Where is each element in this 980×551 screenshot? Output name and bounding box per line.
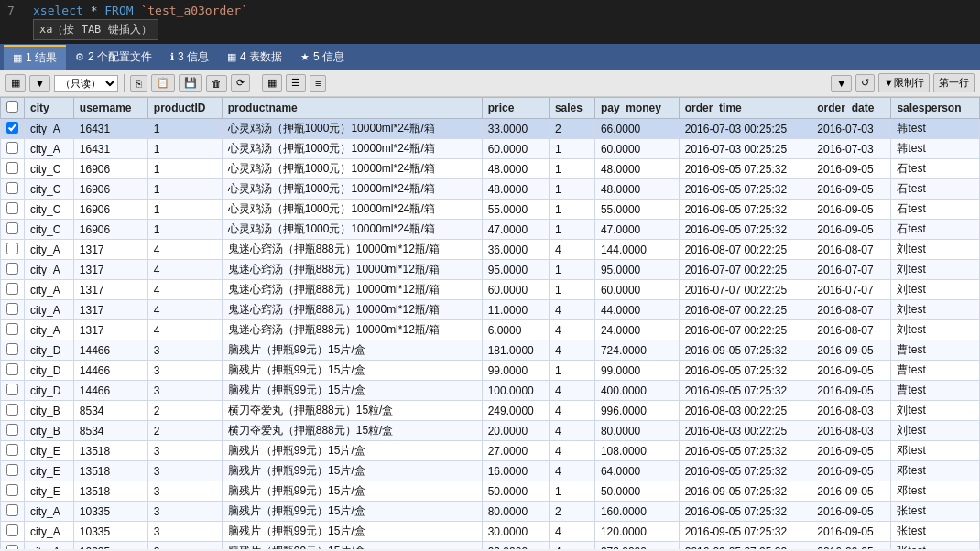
row-checkbox-cell[interactable] — [1, 179, 25, 200]
toolbar-btn-first[interactable]: 第一行 — [933, 73, 975, 92]
tab-info2[interactable]: ★ 5 信息 — [291, 46, 354, 69]
row-checkbox[interactable] — [6, 283, 18, 295]
toolbar-btn-limit[interactable]: ▼限制行 — [878, 73, 930, 92]
col-header-salesperson[interactable]: salesperson — [891, 98, 980, 119]
row-checkbox[interactable] — [6, 182, 18, 194]
toolbar-btn-table-view[interactable]: ▦ — [262, 74, 282, 92]
row-checkbox[interactable] — [6, 243, 18, 254]
readonly-select[interactable]: （只读） — [54, 75, 118, 92]
toolbar-btn-save[interactable]: 💾 — [179, 74, 202, 92]
col-header-productid[interactable]: productID — [147, 98, 222, 119]
row-checkbox-cell[interactable] — [1, 522, 25, 542]
row-checkbox[interactable] — [6, 444, 18, 456]
toolbar-btn-text-view[interactable]: ≡ — [310, 75, 326, 92]
table-row[interactable]: city_D144663脑残片（押瓶99元）15片/盒100.00004400.… — [1, 381, 980, 401]
row-checkbox[interactable] — [6, 222, 18, 234]
row-checkbox[interactable] — [6, 343, 18, 355]
sql-editor[interactable]: 7 xselect * FROM `test_a03order` xa（按 TA… — [0, 0, 980, 44]
toolbar-btn-copy[interactable]: ⎘ — [130, 75, 147, 92]
row-checkbox[interactable] — [6, 424, 18, 436]
row-checkbox[interactable] — [6, 303, 18, 315]
table-row[interactable]: city_B85342横刀夺爱丸（押瓶888元）15粒/盒249.0000499… — [1, 401, 980, 421]
table-row[interactable]: city_D144663脑残片（押瓶99元）15片/盒181.00004724.… — [1, 340, 980, 361]
autocomplete-popup[interactable]: xa（按 TAB 键插入） — [33, 19, 158, 40]
table-row[interactable]: city_E135183脑残片（押瓶99元）15片/盒16.0000464.00… — [1, 461, 980, 481]
table-row[interactable]: city_A13174鬼迷心窍汤（押瓶888元）10000ml*12瓶/箱11.… — [1, 300, 980, 320]
row-checkbox[interactable] — [6, 323, 18, 335]
col-header-username[interactable]: username — [73, 98, 147, 119]
table-row[interactable]: city_A13174鬼迷心窍汤（押瓶888元）10000ml*12瓶/箱36.… — [1, 240, 980, 260]
table-row[interactable]: city_D144663脑残片（押瓶99元）15片/盒99.0000199.00… — [1, 361, 980, 381]
col-header-order-date[interactable]: order_date — [811, 98, 891, 119]
row-checkbox-cell[interactable] — [1, 300, 25, 320]
row-checkbox[interactable] — [6, 464, 18, 476]
toolbar-btn-grid[interactable]: ▦ — [5, 74, 26, 92]
row-checkbox-cell[interactable] — [1, 481, 25, 502]
tab-tabledata[interactable]: ▦ 4 表数据 — [218, 46, 291, 69]
col-header-sales[interactable]: sales — [549, 98, 594, 119]
table-row[interactable]: city_A13174鬼迷心窍汤（押瓶888元）10000ml*12瓶/箱6.0… — [1, 320, 980, 340]
row-checkbox[interactable] — [6, 384, 18, 395]
row-checkbox-cell[interactable] — [1, 119, 25, 139]
row-checkbox-cell[interactable] — [1, 280, 25, 300]
col-header-price[interactable]: price — [482, 98, 549, 119]
table-row[interactable]: city_A103353脑残片（押瓶99元）15片/盒93.00004372.0… — [1, 542, 980, 550]
row-checkbox-cell[interactable] — [1, 240, 25, 260]
table-row[interactable]: city_C169061心灵鸡汤（押瓶1000元）10000ml*24瓶/箱55… — [1, 200, 980, 220]
col-header-productname[interactable]: productname — [222, 98, 482, 119]
tab-info[interactable]: ℹ 3 信息 — [161, 46, 218, 69]
row-checkbox-cell[interactable] — [1, 260, 25, 280]
toolbar-btn-dropdown[interactable]: ▼ — [29, 75, 50, 92]
row-checkbox[interactable] — [6, 162, 18, 174]
row-checkbox[interactable] — [6, 142, 18, 154]
row-checkbox-cell[interactable] — [1, 542, 25, 550]
col-header-order-time[interactable]: order_time — [679, 98, 811, 119]
row-checkbox-cell[interactable] — [1, 340, 25, 361]
row-checkbox-cell[interactable] — [1, 159, 25, 179]
row-checkbox[interactable] — [6, 545, 18, 550]
row-checkbox-cell[interactable] — [1, 461, 25, 481]
col-header-checkbox[interactable] — [1, 98, 25, 119]
row-checkbox[interactable] — [6, 363, 18, 375]
toolbar-btn-reload[interactable]: ↺ — [855, 74, 875, 92]
table-row[interactable]: city_A164311心灵鸡汤（押瓶1000元）10000ml*24瓶/箱33… — [1, 119, 980, 139]
row-checkbox[interactable] — [6, 122, 18, 134]
row-checkbox[interactable] — [6, 404, 18, 416]
toolbar-btn-form-view[interactable]: ☰ — [286, 74, 306, 92]
row-checkbox[interactable] — [6, 263, 18, 275]
table-row[interactable]: city_C169061心灵鸡汤（押瓶1000元）10000ml*24瓶/箱48… — [1, 179, 980, 200]
row-checkbox-cell[interactable] — [1, 421, 25, 441]
table-row[interactable]: city_A164311心灵鸡汤（押瓶1000元）10000ml*24瓶/箱60… — [1, 139, 980, 159]
results-table-container[interactable]: city username productID productname pric… — [0, 97, 980, 549]
row-checkbox-cell[interactable] — [1, 502, 25, 522]
table-row[interactable]: city_C169061心灵鸡汤（押瓶1000元）10000ml*24瓶/箱48… — [1, 159, 980, 179]
table-row[interactable]: city_A103353脑残片（押瓶99元）15片/盒80.00002160.0… — [1, 502, 980, 522]
table-row[interactable]: city_E135183脑残片（押瓶99元）15片/盒27.00004108.0… — [1, 441, 980, 461]
tab-config[interactable]: ⚙ 2 个配置文件 — [66, 46, 161, 69]
table-row[interactable]: city_A103353脑残片（押瓶99元）15片/盒30.00004120.0… — [1, 522, 980, 542]
row-checkbox[interactable] — [6, 484, 18, 496]
select-all-checkbox[interactable] — [6, 101, 18, 113]
row-checkbox-cell[interactable] — [1, 401, 25, 421]
toolbar-btn-paste[interactable]: 📋 — [151, 74, 175, 92]
row-checkbox-cell[interactable] — [1, 220, 25, 240]
col-header-pay-money[interactable]: pay_money — [594, 98, 679, 119]
toolbar-btn-filter[interactable]: ▼ — [831, 75, 852, 92]
toolbar-btn-refresh[interactable]: ⟳ — [231, 74, 250, 92]
col-header-city[interactable]: city — [25, 98, 74, 119]
toolbar-btn-delete[interactable]: 🗑 — [206, 75, 227, 92]
row-checkbox-cell[interactable] — [1, 381, 25, 401]
row-checkbox-cell[interactable] — [1, 320, 25, 340]
row-checkbox-cell[interactable] — [1, 361, 25, 381]
row-checkbox-cell[interactable] — [1, 200, 25, 220]
row-checkbox-cell[interactable] — [1, 441, 25, 461]
tab-result[interactable]: ▦ 1 结果 — [4, 45, 66, 70]
table-row[interactable]: city_B85342横刀夺爱丸（押瓶888元）15粒/盒20.0000480.… — [1, 421, 980, 441]
row-checkbox[interactable] — [6, 504, 18, 516]
table-row[interactable]: city_C169061心灵鸡汤（押瓶1000元）10000ml*24瓶/箱47… — [1, 220, 980, 240]
table-row[interactable]: city_A13174鬼迷心窍汤（押瓶888元）10000ml*12瓶/箱95.… — [1, 260, 980, 280]
table-row[interactable]: city_E135183脑残片（押瓶99元）15片/盒50.0000150.00… — [1, 481, 980, 502]
row-checkbox-cell[interactable] — [1, 139, 25, 159]
row-checkbox[interactable] — [6, 202, 18, 214]
row-checkbox[interactable] — [6, 524, 18, 536]
